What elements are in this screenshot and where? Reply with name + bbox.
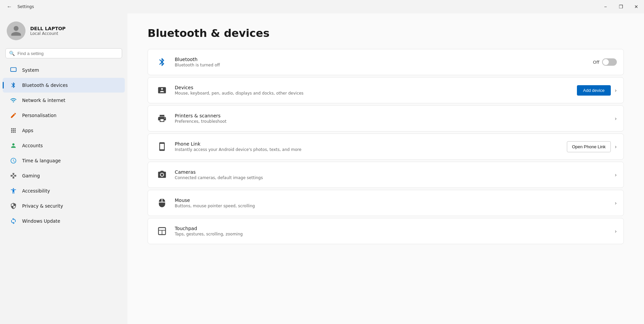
bluetooth-row-text: Bluetooth Bluetooth is turned off xyxy=(175,57,593,67)
phone-card: Phone Link Instantly access your Android… xyxy=(148,133,624,160)
apps-icon xyxy=(9,126,17,134)
app-title: Settings xyxy=(17,4,34,9)
sidebar-item-apps[interactable]: Apps xyxy=(3,123,125,138)
phone-chevron: › xyxy=(615,144,617,150)
search-icon: 🔍 xyxy=(9,51,15,56)
devices-card: Devices Mouse, keyboard, pen, audio, dis… xyxy=(148,77,624,103)
cameras-subtitle: Connected cameras, default image setting… xyxy=(175,175,615,180)
mouse-row-icon xyxy=(155,196,169,210)
printers-row[interactable]: Printers & scanners Preferences, trouble… xyxy=(148,106,624,131)
sidebar-item-system[interactable]: System xyxy=(3,63,125,77)
svg-rect-0 xyxy=(11,68,16,72)
maximize-button[interactable]: ❐ xyxy=(613,0,629,13)
sidebar-label-apps: Apps xyxy=(22,128,33,133)
printers-row-icon xyxy=(155,111,169,126)
add-device-button[interactable]: Add device xyxy=(577,85,610,96)
mouse-title: Mouse xyxy=(175,198,615,203)
cameras-card: Cameras Connected cameras, default image… xyxy=(148,162,624,188)
touchpad-row-icon xyxy=(155,224,169,238)
accessibility-icon xyxy=(9,187,17,195)
bluetooth-toggle-label: Off xyxy=(593,60,599,65)
bluetooth-row-right: Off xyxy=(593,58,617,66)
personalisation-icon xyxy=(9,111,17,119)
phone-row[interactable]: Phone Link Instantly access your Android… xyxy=(148,134,624,159)
sidebar-item-gaming[interactable]: Gaming xyxy=(3,168,125,183)
system-icon xyxy=(9,66,17,74)
bluetooth-title: Bluetooth xyxy=(175,57,593,62)
sidebar-item-privacy[interactable]: Privacy & security xyxy=(3,199,125,213)
sidebar-label-personalisation: Personalisation xyxy=(22,113,56,118)
touchpad-card: Touchpad Taps, gestures, scrolling, zoom… xyxy=(148,218,624,244)
cameras-row-text: Cameras Connected cameras, default image… xyxy=(175,169,615,180)
avatar xyxy=(7,21,25,40)
devices-row-icon xyxy=(155,83,169,98)
mouse-subtitle: Buttons, mouse pointer speed, scrolling xyxy=(175,204,615,208)
phone-title: Phone Link xyxy=(175,141,567,147)
gaming-icon xyxy=(9,172,17,180)
printers-chevron: › xyxy=(615,115,617,122)
cameras-row-right: › xyxy=(615,172,617,178)
minimize-button[interactable]: − xyxy=(598,0,613,13)
title-bar: ← Settings − ❐ ✕ xyxy=(0,0,644,13)
sidebar-nav: System Bluetooth & devices Network & int… xyxy=(0,62,127,229)
phone-subtitle: Instantly access your Android device's p… xyxy=(175,147,567,152)
bluetooth-row-icon xyxy=(155,55,169,69)
devices-subtitle: Mouse, keyboard, pen, audio, displays an… xyxy=(175,91,577,96)
search-input[interactable] xyxy=(17,51,118,56)
mouse-chevron: › xyxy=(615,200,617,206)
sidebar-item-network[interactable]: Network & internet xyxy=(3,93,125,108)
sidebar-item-time[interactable]: Time & language xyxy=(3,153,125,168)
user-name: DELL LAPTOP xyxy=(30,26,66,31)
bluetooth-toggle-container: Off xyxy=(593,58,617,66)
printers-subtitle: Preferences, troubleshoot xyxy=(175,119,615,124)
page-title: Bluetooth & devices xyxy=(148,27,624,40)
accounts-icon xyxy=(9,142,17,150)
bluetooth-toggle[interactable] xyxy=(602,58,617,66)
printers-card: Printers & scanners Preferences, trouble… xyxy=(148,105,624,131)
printers-title: Printers & scanners xyxy=(175,113,615,118)
touchpad-row-right: › xyxy=(615,228,617,234)
sidebar-label-gaming: Gaming xyxy=(22,173,40,178)
cameras-row-icon xyxy=(155,167,169,182)
printers-row-right: › xyxy=(615,115,617,122)
time-icon xyxy=(9,157,17,165)
devices-row[interactable]: Devices Mouse, keyboard, pen, audio, dis… xyxy=(148,77,624,103)
window-controls: − ❐ ✕ xyxy=(598,0,644,13)
sidebar-label-accounts: Accounts xyxy=(22,143,43,148)
sidebar-item-accounts[interactable]: Accounts xyxy=(3,138,125,153)
open-phone-link-button[interactable]: Open Phone Link xyxy=(567,141,610,152)
sidebar-label-network: Network & internet xyxy=(22,98,65,103)
touchpad-subtitle: Taps, gestures, scrolling, zooming xyxy=(175,232,615,236)
app-body: DELL LAPTOP Local Account 🔍 System Bluet… xyxy=(0,13,644,324)
search-box[interactable]: 🔍 xyxy=(5,48,122,58)
sidebar-item-update[interactable]: Windows Update xyxy=(3,214,125,228)
phone-row-text: Phone Link Instantly access your Android… xyxy=(175,141,567,152)
mouse-row-text: Mouse Buttons, mouse pointer speed, scro… xyxy=(175,198,615,208)
cameras-title: Cameras xyxy=(175,169,615,175)
privacy-icon xyxy=(9,202,17,210)
sidebar-label-time: Time & language xyxy=(22,158,61,163)
sidebar-item-personalisation[interactable]: Personalisation xyxy=(3,108,125,123)
user-section: DELL LAPTOP Local Account xyxy=(0,13,127,47)
devices-chevron: › xyxy=(615,87,617,94)
bluetooth-row[interactable]: Bluetooth Bluetooth is turned off Off xyxy=(148,49,624,75)
touchpad-chevron: › xyxy=(615,228,617,234)
printers-row-text: Printers & scanners Preferences, trouble… xyxy=(175,113,615,124)
back-button[interactable]: ← xyxy=(4,1,15,12)
network-icon xyxy=(9,96,17,104)
sidebar-label-system: System xyxy=(22,67,39,73)
main-content: Bluetooth & devices Bluetooth Bluetooth … xyxy=(127,13,644,324)
sidebar-item-accessibility[interactable]: Accessibility xyxy=(3,183,125,198)
touchpad-row[interactable]: Touchpad Taps, gestures, scrolling, zoom… xyxy=(148,218,624,244)
sidebar-label-update: Windows Update xyxy=(22,218,60,224)
bluetooth-icon xyxy=(9,81,17,89)
sidebar-item-bluetooth[interactable]: Bluetooth & devices xyxy=(3,78,125,93)
mouse-row-right: › xyxy=(615,200,617,206)
mouse-row[interactable]: Mouse Buttons, mouse pointer speed, scro… xyxy=(148,190,624,216)
touchpad-row-text: Touchpad Taps, gestures, scrolling, zoom… xyxy=(175,226,615,236)
close-button[interactable]: ✕ xyxy=(629,0,644,13)
cameras-row[interactable]: Cameras Connected cameras, default image… xyxy=(148,162,624,187)
mouse-card: Mouse Buttons, mouse pointer speed, scro… xyxy=(148,190,624,216)
sidebar-label-privacy: Privacy & security xyxy=(22,203,63,209)
user-type: Local Account xyxy=(30,31,66,36)
